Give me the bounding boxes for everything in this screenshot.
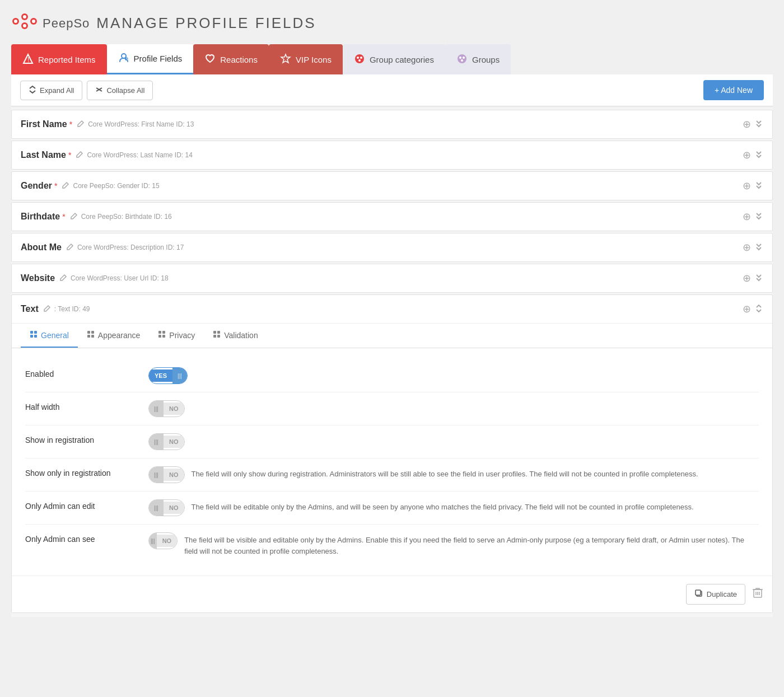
field-edit-icon-gender[interactable]: [62, 181, 69, 191]
inner-tab-privacy[interactable]: Privacy: [149, 324, 204, 348]
form-label-only-admin-edit: Only Admin can edit: [25, 499, 148, 511]
bottom-actions: Duplicate: [12, 576, 772, 612]
add-new-button[interactable]: + Add New: [703, 80, 764, 100]
field-meta-gender: Core PeepSo: Gender ID: 15: [73, 182, 159, 190]
drag-handle-first-name[interactable]: ⊕: [743, 118, 751, 130]
svg-point-16: [358, 59, 361, 62]
svg-rect-31: [158, 335, 161, 338]
field-edit-icon-first-name[interactable]: [77, 120, 85, 129]
tab-groups-label: Groups: [472, 55, 500, 64]
field-edit-icon-birthdate[interactable]: [70, 212, 78, 222]
tab-reactions[interactable]: Reactions: [193, 44, 269, 74]
tab-group-categories[interactable]: Group categories: [343, 44, 445, 74]
field-edit-icon-text[interactable]: [43, 305, 51, 314]
inner-tab-privacy-label: Privacy: [169, 331, 195, 340]
groups-icon: [456, 53, 468, 66]
form-label-show-only-registration: Show only in registration: [25, 466, 148, 478]
field-actions-first-name: ⊕: [743, 118, 763, 130]
form-label-only-admin-see: Only Admin can see: [25, 532, 148, 544]
toggle-handle-sir: |||: [149, 434, 164, 450]
field-name-birthdate: Birthdate: [21, 212, 60, 222]
expand-icon-last-name[interactable]: [755, 151, 763, 160]
toggle-no-label-half-width: NO: [164, 403, 184, 415]
svg-rect-29: [158, 331, 161, 334]
toggle-only-admin-see[interactable]: ||| NO: [148, 532, 178, 549]
tab-groups[interactable]: Groups: [445, 44, 511, 74]
toggle-no-label-oae: NO: [164, 502, 184, 514]
svg-rect-34: [217, 331, 220, 334]
svg-rect-30: [162, 331, 165, 334]
nav-tabs: ! Reported Items ⚙ Profile Fields Reacti…: [11, 44, 773, 74]
svg-rect-36: [217, 335, 220, 338]
toggle-enabled[interactable]: YES |||: [148, 367, 188, 384]
svg-point-3: [23, 15, 26, 18]
toolbar: Expand All Collapse All + Add New: [11, 74, 773, 106]
validation-tab-icon: [213, 330, 221, 340]
form-control-only-admin-see: ||| NO The field will be visible and edi…: [148, 532, 759, 556]
profile-fields-icon: ⚙: [118, 52, 129, 65]
toggle-half-width[interactable]: ||| NO: [148, 400, 185, 417]
field-name-first-name: First Name: [21, 119, 67, 129]
svg-point-19: [463, 57, 465, 59]
toggle-yes-label: YES: [149, 369, 172, 382]
expand-icon-text[interactable]: [755, 305, 763, 314]
field-required-first-name: *: [69, 120, 72, 129]
svg-rect-22: [34, 331, 37, 334]
form-row-show-in-registration: Show in registration ||| NO: [25, 425, 759, 459]
drag-handle-about-me[interactable]: ⊕: [743, 241, 751, 254]
tab-profile-fields[interactable]: ⚙ Profile Fields: [107, 44, 194, 74]
field-header-website: Website Core WordPress: User Url ID: 18 …: [12, 264, 772, 292]
toggle-no-label-sor: NO: [164, 469, 184, 481]
drag-handle-birthdate[interactable]: ⊕: [743, 210, 751, 223]
field-actions-last-name: ⊕: [743, 149, 763, 161]
drag-handle-gender[interactable]: ⊕: [743, 180, 751, 192]
field-required-last-name: *: [68, 151, 71, 160]
field-header-about-me: About Me Core WordPress: Description ID:…: [12, 233, 772, 261]
tab-reported-items[interactable]: ! Reported Items: [11, 44, 107, 74]
svg-rect-25: [87, 331, 90, 334]
field-row-last-name: Last Name * Core WordPress: Last Name ID…: [11, 141, 773, 170]
drag-handle-text[interactable]: ⊕: [743, 303, 751, 315]
field-actions-website: ⊕: [743, 272, 763, 284]
drag-handle-last-name[interactable]: ⊕: [743, 149, 751, 161]
tab-vip-icons[interactable]: VIP Icons: [269, 44, 343, 74]
inner-tab-general[interactable]: General: [21, 324, 78, 348]
expand-icon-website[interactable]: [755, 274, 763, 283]
collapse-all-button[interactable]: Collapse All: [87, 81, 153, 100]
field-name-text: Text: [21, 304, 39, 314]
logo-name: PeepSo: [43, 16, 90, 31]
field-edit-icon-website[interactable]: [59, 274, 67, 283]
expand-icon-birthdate[interactable]: [755, 212, 763, 222]
reactions-icon: [204, 53, 216, 66]
toggle-only-admin-edit[interactable]: ||| NO: [148, 499, 185, 516]
field-edit-icon-last-name[interactable]: [76, 151, 83, 160]
form-content: Enabled YES ||| Half width: [12, 348, 772, 576]
svg-rect-26: [91, 331, 94, 334]
inner-tab-validation[interactable]: Validation: [204, 324, 267, 348]
svg-rect-23: [30, 335, 33, 338]
drag-handle-website[interactable]: ⊕: [743, 272, 751, 284]
svg-rect-35: [213, 335, 216, 338]
description-only-admin-see: The field will be visible and editable o…: [184, 532, 759, 556]
delete-button[interactable]: [752, 587, 763, 602]
toggle-show-only-registration[interactable]: ||| NO: [148, 466, 185, 483]
field-required-gender: *: [54, 181, 57, 190]
svg-point-1: [14, 20, 17, 23]
svg-point-17: [458, 54, 466, 63]
field-row-text: Text : Text ID: 49 ⊕ Ge: [11, 294, 773, 613]
field-name-gender: Gender: [21, 181, 52, 191]
expand-icon-first-name[interactable]: [755, 120, 763, 129]
toggle-show-in-registration[interactable]: ||| NO: [148, 433, 185, 450]
field-edit-icon-about-me[interactable]: [66, 243, 74, 252]
expand-icon-about-me[interactable]: [755, 243, 763, 252]
expand-all-button[interactable]: Expand All: [20, 81, 82, 100]
expand-all-icon: [29, 86, 36, 95]
duplicate-button[interactable]: Duplicate: [686, 584, 745, 605]
tab-vip-icons-label: VIP Icons: [296, 55, 332, 64]
field-actions-about-me: ⊕: [743, 241, 763, 254]
field-actions-birthdate: ⊕: [743, 210, 763, 223]
expand-icon-gender[interactable]: [755, 181, 763, 191]
inner-tab-appearance[interactable]: Appearance: [78, 324, 150, 348]
fields-list: First Name * Core WordPress: First Name …: [11, 107, 773, 617]
form-control-only-admin-edit: ||| NO The field will be editable only b…: [148, 499, 759, 516]
